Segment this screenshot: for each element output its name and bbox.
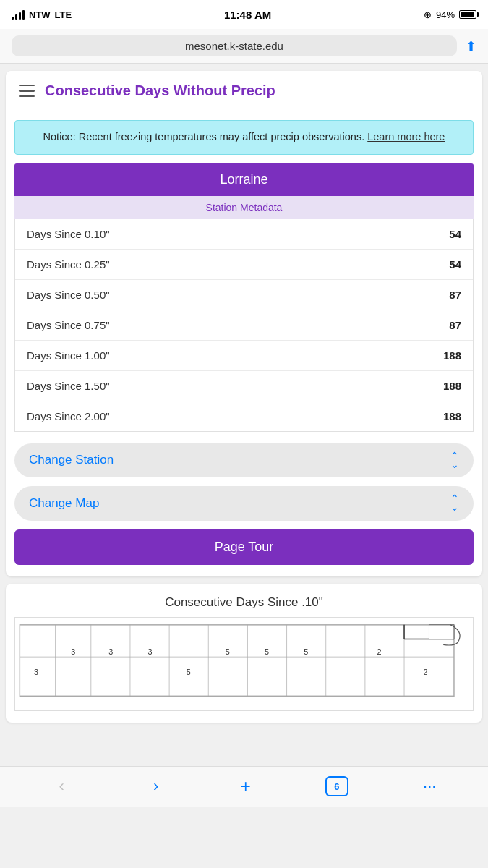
data-label: Days Since 0.25" (27, 258, 110, 271)
browser-bottom-bar: ‹ › + 6 ··· (0, 766, 488, 807)
tabs-button[interactable]: 6 (325, 776, 348, 796)
table-row: Days Since 0.10" 54 (15, 219, 473, 250)
url-bar[interactable]: mesonet.k-state.edu (12, 35, 457, 56)
page-title: Consecutive Days Without Precip (45, 82, 275, 99)
station-name-header: Lorraine (14, 163, 474, 196)
data-table: Days Since 0.10" 54 Days Since 0.25" 54 … (14, 219, 474, 432)
data-value: 87 (449, 289, 461, 301)
svg-text:3: 3 (108, 647, 113, 656)
data-value: 188 (443, 410, 461, 422)
data-label: Days Since 1.50" (27, 380, 110, 392)
map-placeholder: 3 3 3 3 5 5 5 5 2 2 (14, 617, 474, 711)
data-label: Days Since 2.00" (27, 410, 110, 422)
change-station-chevron-icon (450, 452, 459, 469)
map-title: Consecutive Days Since .10" (14, 595, 474, 610)
data-value: 87 (449, 319, 461, 331)
table-row: Days Since 0.75" 87 (15, 310, 473, 341)
more-button[interactable]: ··· (423, 777, 436, 796)
new-tab-button[interactable]: + (241, 776, 251, 796)
time-label: 11:48 AM (224, 9, 271, 21)
back-button[interactable]: ‹ (52, 774, 72, 799)
notice-text: Notice: Recent freezing temperatures may… (43, 131, 365, 142)
share-button[interactable]: ⬆ (466, 38, 476, 54)
battery-icon (459, 10, 476, 19)
map-svg: 3 3 3 3 5 5 5 5 2 2 (15, 618, 473, 710)
learn-more-link[interactable]: Learn more here (367, 131, 445, 142)
location-icon: ⊕ (424, 9, 432, 20)
forward-button[interactable]: › (146, 774, 166, 799)
map-section: Consecutive Days Since .10" 3 3 3 3 (6, 584, 482, 723)
table-row: Days Since 0.50" 87 (15, 280, 473, 310)
table-row: Days Since 0.25" 54 (15, 250, 473, 280)
data-label: Days Since 0.10" (27, 228, 110, 240)
data-value: 54 (449, 228, 461, 240)
svg-text:2: 2 (377, 647, 382, 656)
svg-text:5: 5 (304, 647, 308, 656)
data-value: 188 (443, 349, 461, 362)
carrier-label: NTW (29, 9, 51, 20)
data-label: Days Since 1.00" (27, 349, 110, 362)
change-station-label: Change Station (29, 453, 114, 467)
svg-rect-0 (20, 624, 454, 695)
signal-icon (12, 9, 25, 20)
browser-bar: mesonet.k-state.edu ⬆ (0, 29, 488, 64)
change-map-chevron-icon (450, 495, 459, 511)
data-label: Days Since 0.75" (27, 319, 110, 331)
change-station-button[interactable]: Change Station (14, 443, 474, 477)
data-label: Days Since 0.50" (27, 289, 110, 301)
buttons-section: Change Station Change Map Page Tour (6, 432, 482, 576)
svg-text:3: 3 (148, 647, 153, 656)
table-row: Days Since 1.00" 188 (15, 341, 473, 371)
svg-text:5: 5 (226, 647, 230, 656)
table-row: Days Since 2.00" 188 (15, 401, 473, 431)
change-map-label: Change Map (29, 496, 99, 511)
status-left: NTW LTE (12, 9, 72, 20)
svg-text:2: 2 (424, 667, 428, 676)
notice-banner: Notice: Recent freezing temperatures may… (14, 120, 474, 155)
menu-button[interactable] (19, 85, 35, 98)
network-label: LTE (55, 9, 72, 20)
data-value: 54 (449, 258, 461, 271)
page-tour-button[interactable]: Page Tour (14, 529, 474, 565)
svg-text:5: 5 (187, 667, 191, 676)
page-header: Consecutive Days Without Precip (6, 71, 482, 111)
change-map-button[interactable]: Change Map (14, 486, 474, 520)
svg-text:5: 5 (265, 647, 269, 656)
station-metadata-label: Station Metadata (14, 196, 474, 219)
main-content-card: Consecutive Days Without Precip Notice: … (6, 71, 482, 576)
table-row: Days Since 1.50" 188 (15, 371, 473, 401)
status-right: ⊕ 94% (424, 9, 476, 20)
status-bar: NTW LTE 11:48 AM ⊕ 94% (0, 0, 488, 29)
svg-text:3: 3 (34, 667, 38, 676)
svg-text:3: 3 (71, 647, 75, 656)
data-value: 188 (443, 380, 461, 392)
battery-label: 94% (436, 9, 455, 20)
